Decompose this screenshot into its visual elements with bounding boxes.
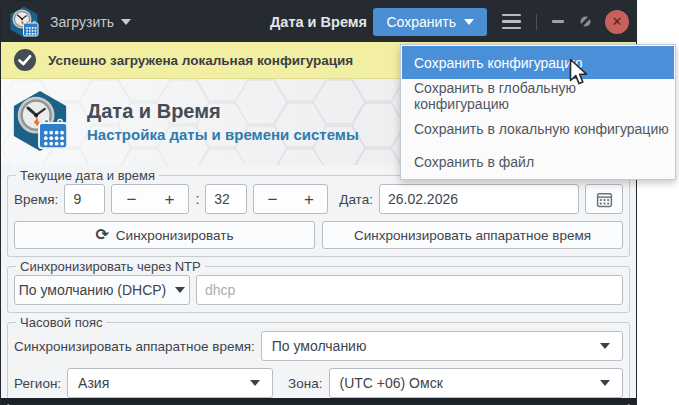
ntp-group: Синхронизировать через NTP По умолчанию … <box>7 259 630 313</box>
hw-sync-value: По умолчанию <box>272 338 367 354</box>
minutes-input[interactable] <box>205 184 247 214</box>
hours-stepper: − + <box>111 184 189 214</box>
ntp-legend: Синхронизировать через NTP <box>16 259 205 274</box>
menu-item-label: Сохранить в глобальную конфигурацию <box>414 80 674 112</box>
sync-icon: ⟳ <box>95 227 108 243</box>
load-menu-label: Загрузить <box>50 14 114 30</box>
ntp-server-input[interactable] <box>196 275 623 305</box>
content: Текущие дата и время Время: − + : − + Да… <box>1 165 636 405</box>
region-value: Азия <box>78 375 109 391</box>
chevron-down-icon <box>175 287 185 293</box>
menu-item-save-to-file[interactable]: Сохранить в файл <box>402 145 674 178</box>
chevron-down-icon <box>250 380 260 386</box>
restore-button[interactable] <box>579 15 592 28</box>
menu-item-save-local-config[interactable]: Сохранить в локальную конфигурацию <box>402 112 674 145</box>
status-bar <box>1 398 636 404</box>
region-label: Регион: <box>14 376 61 391</box>
minutes-stepper: − + <box>253 184 328 214</box>
close-icon: ✕ <box>612 15 623 28</box>
page-title: Дата и Время <box>87 100 359 123</box>
menu-item-label: Сохранить в файл <box>414 154 534 170</box>
save-dropdown-menu: Сохранить конфигурацию Сохранить в глоба… <box>400 44 676 180</box>
module-clock-icon <box>9 88 71 154</box>
ntp-mode-dropdown[interactable]: По умолчанию (DHCP) <box>14 275 190 305</box>
region-select[interactable]: Азия <box>67 368 273 398</box>
timezone-legend: Часовой пояс <box>16 315 106 330</box>
hours-increment-button[interactable]: + <box>150 185 188 213</box>
hw-sync-label: Синхронизировать аппаратное время: <box>14 339 255 354</box>
hours-input[interactable] <box>64 184 105 214</box>
titlebar-separator <box>536 14 537 30</box>
notification-text: Успешно загружена локальная конфигурация <box>48 53 353 68</box>
ntp-mode-value: По умолчанию (DHCP) <box>19 282 167 298</box>
close-button[interactable]: ✕ <box>605 10 629 34</box>
timezone-group: Часовой пояс Синхронизировать аппаратное… <box>7 315 630 405</box>
save-menu-label: Сохранить <box>386 14 456 30</box>
sync-hardware-time-button[interactable]: Синхронизировать аппаратное время <box>322 221 623 249</box>
success-check-icon <box>13 48 37 72</box>
menu-item-save-global-config[interactable]: Сохранить в глобальную конфигурацию <box>402 79 674 112</box>
chevron-down-icon <box>600 343 610 349</box>
time-colon: : <box>195 191 199 207</box>
current-datetime-legend: Текущие дата и время <box>16 168 159 183</box>
menu-item-label: Сохранить в локальную конфигурацию <box>414 121 669 137</box>
app-clock-icon <box>8 6 40 38</box>
sync-time-button[interactable]: ⟳ Синхронизировать <box>14 221 315 249</box>
chevron-down-icon <box>464 19 474 25</box>
calendar-icon <box>596 191 613 208</box>
hw-sync-select[interactable]: По умолчанию <box>261 331 623 361</box>
time-label: Время: <box>14 192 58 207</box>
current-datetime-group: Текущие дата и время Время: − + : − + Да… <box>7 168 630 257</box>
menu-item-save-config[interactable]: Сохранить конфигурацию <box>402 46 674 79</box>
calendar-picker-button[interactable] <box>585 184 623 214</box>
screen: Загрузить Дата и Время Сохранить <box>0 0 679 405</box>
minutes-decrement-button[interactable]: − <box>254 185 291 213</box>
restore-icon <box>579 15 592 28</box>
minutes-increment-button[interactable]: + <box>291 185 328 213</box>
titlebar: Загрузить Дата и Время Сохранить <box>1 1 636 42</box>
date-label: Дата: <box>339 192 373 207</box>
chevron-down-icon <box>121 19 131 25</box>
chevron-down-icon <box>600 380 610 386</box>
zone-value: (UTC +06) Омск <box>340 375 443 391</box>
menu-item-label: Сохранить конфигурацию <box>414 55 582 71</box>
date-input[interactable] <box>379 184 579 214</box>
hamburger-menu-button[interactable] <box>500 12 523 32</box>
load-menu-button[interactable]: Загрузить <box>50 14 131 30</box>
sync-time-label: Синхронизировать <box>116 228 234 243</box>
minimize-icon <box>552 20 564 23</box>
minimize-button[interactable] <box>550 20 566 23</box>
hours-decrement-button[interactable]: − <box>112 185 150 213</box>
page-subtitle: Настройка даты и времени системы <box>87 126 359 143</box>
zone-label: Зона: <box>288 376 322 391</box>
sync-hardware-time-label: Синхронизировать аппаратное время <box>354 228 591 243</box>
save-menu-button[interactable]: Сохранить <box>373 8 487 36</box>
zone-select[interactable]: (UTC +06) Омск <box>329 368 624 398</box>
